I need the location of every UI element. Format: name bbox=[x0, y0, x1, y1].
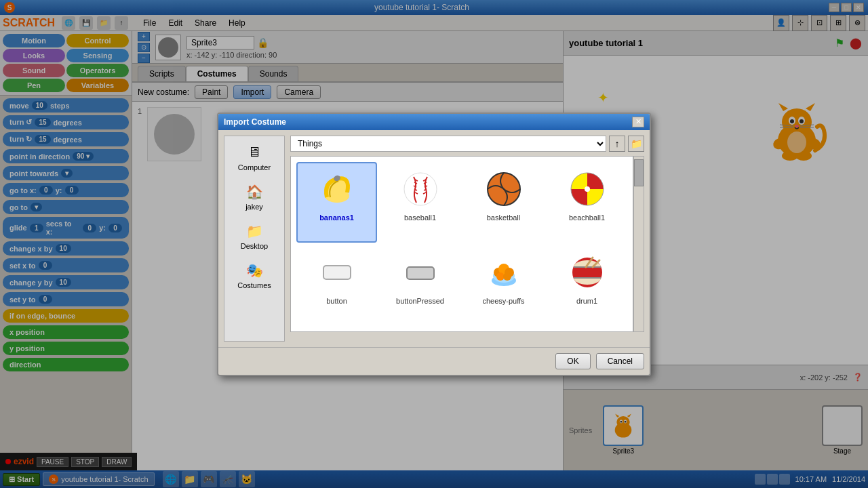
basketball-label: basketball bbox=[487, 214, 521, 222]
up-folder-button[interactable]: ↑ bbox=[609, 136, 625, 152]
svg-point-52 bbox=[503, 272, 511, 281]
bananas1-label: bananas1 bbox=[319, 214, 354, 222]
basketball-icon bbox=[482, 167, 526, 211]
svg-rect-56 bbox=[574, 267, 601, 278]
baseball1-icon bbox=[399, 167, 442, 211]
nav-jakey-label: jakey bbox=[245, 203, 263, 211]
cheesypuffs-icon bbox=[482, 251, 526, 294]
file-item-buttonpressed[interactable]: buttonPressed bbox=[380, 245, 460, 326]
button-icon bbox=[315, 251, 359, 294]
costumes-icon: 🎭 bbox=[243, 261, 265, 280]
file-item-basketball[interactable]: basketball bbox=[463, 162, 544, 243]
svg-rect-44 bbox=[323, 266, 351, 279]
file-item-cheesypuffs[interactable]: cheesy-puffs bbox=[463, 245, 544, 326]
nav-costumes[interactable]: 🎭 Costumes bbox=[227, 257, 281, 293]
bananas1-icon bbox=[315, 167, 359, 211]
file-grid: bananas1 bbox=[290, 156, 633, 332]
nav-computer[interactable]: 🖥 Computer bbox=[227, 139, 281, 176]
dialog-footer: OK Cancel bbox=[218, 347, 650, 375]
nav-desktop[interactable]: 📁 Desktop bbox=[227, 218, 281, 254]
beachball1-icon bbox=[566, 167, 609, 211]
dialog-titlebar: Import Costume ✕ bbox=[218, 114, 650, 130]
file-item-button[interactable]: button bbox=[296, 245, 377, 326]
path-dropdown[interactable]: Things bbox=[290, 136, 606, 152]
nav-desktop-label: Desktop bbox=[241, 242, 268, 250]
drum1-label: drum1 bbox=[576, 297, 597, 305]
nav-costumes-label: Costumes bbox=[237, 281, 271, 289]
dialog-close-button[interactable]: ✕ bbox=[632, 117, 644, 127]
file-item-bananas1[interactable]: bananas1 bbox=[296, 162, 377, 243]
nav-computer-label: Computer bbox=[238, 163, 271, 171]
computer-icon: 🖥 bbox=[243, 143, 265, 162]
ok-button[interactable]: OK bbox=[555, 353, 590, 369]
svg-point-42 bbox=[585, 186, 590, 192]
import-dialog: Import Costume ✕ 🖥 Computer 🏠 jakey 📁 De… bbox=[217, 113, 651, 376]
dialog-title: Import Costume bbox=[224, 117, 286, 127]
cheesypuffs-label: cheesy-puffs bbox=[482, 297, 524, 305]
home-icon: 🏠 bbox=[243, 182, 265, 201]
dialog-toolbar: Things ↑ 📁 bbox=[290, 136, 644, 152]
file-grid-scrollbar[interactable] bbox=[633, 156, 644, 332]
dialog-main: Things ↑ 📁 bbox=[290, 136, 644, 342]
desktop-icon: 📁 bbox=[243, 222, 265, 241]
cancel-button[interactable]: Cancel bbox=[596, 353, 644, 369]
buttonpressed-label: buttonPressed bbox=[396, 297, 444, 305]
buttonpressed-icon bbox=[399, 251, 442, 294]
modal-overlay: Import Costume ✕ 🖥 Computer 🏠 jakey 📁 De… bbox=[0, 0, 868, 488]
new-folder-button[interactable]: 📁 bbox=[628, 136, 644, 152]
dialog-body: 🖥 Computer 🏠 jakey 📁 Desktop 🎭 Costumes bbox=[218, 130, 650, 347]
dialog-sidebar: 🖥 Computer 🏠 jakey 📁 Desktop 🎭 Costumes bbox=[224, 136, 285, 342]
svg-rect-45 bbox=[407, 267, 434, 279]
beachball1-label: beachball1 bbox=[569, 214, 605, 222]
file-item-drum1[interactable]: drum1 bbox=[547, 245, 627, 326]
svg-point-28 bbox=[404, 173, 437, 205]
nav-jakey[interactable]: 🏠 jakey bbox=[227, 178, 281, 215]
button-label: button bbox=[326, 297, 347, 305]
file-item-baseball1[interactable]: baseball1 bbox=[380, 162, 460, 243]
baseball1-label: baseball1 bbox=[404, 214, 436, 222]
scrollbar-thumb[interactable] bbox=[634, 159, 644, 186]
drum1-icon bbox=[566, 251, 609, 294]
file-item-beachball1[interactable]: beachball1 bbox=[547, 162, 627, 243]
